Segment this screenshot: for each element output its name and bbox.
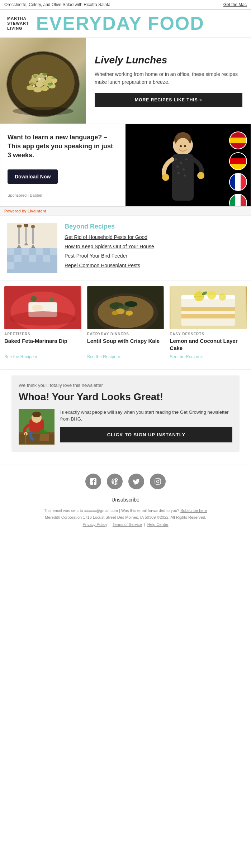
recipe-link-2[interactable]: See the Recipe » bbox=[87, 354, 164, 359]
svg-point-70 bbox=[32, 305, 43, 311]
flag-france bbox=[229, 173, 247, 191]
svg-point-43 bbox=[162, 174, 169, 181]
ad-download-button[interactable]: Download Now bbox=[8, 169, 58, 184]
pinterest-icon[interactable] bbox=[107, 474, 123, 489]
svg-point-79 bbox=[126, 311, 133, 316]
svg-point-44 bbox=[197, 172, 204, 179]
svg-rect-104 bbox=[155, 479, 161, 484]
flag-germany bbox=[229, 152, 247, 170]
recipe-link-3[interactable]: See the Recipe » bbox=[170, 354, 247, 359]
svg-rect-51 bbox=[36, 248, 43, 255]
svg-point-69 bbox=[49, 298, 54, 302]
recipe-category-3: EASY DESSERTS bbox=[170, 332, 247, 336]
svg-point-74 bbox=[98, 296, 153, 328]
svg-point-89 bbox=[208, 291, 216, 299]
beyond-recipes-links: Beyond Recipes Get Rid of Household Pest… bbox=[65, 223, 244, 272]
svg-point-106 bbox=[159, 479, 160, 480]
recipe-link-1[interactable]: See the Recipe » bbox=[4, 354, 81, 359]
footer-legal-line1: This email was sent to xxxxxx@gmail.com … bbox=[14, 507, 237, 514]
svg-point-40 bbox=[183, 168, 185, 171]
recipe-image-2 bbox=[87, 286, 164, 329]
svg-point-23 bbox=[33, 85, 35, 87]
recipe-grid: APPETIZERS Baked Feta-Marinara Dip See t… bbox=[0, 280, 251, 369]
svg-rect-35 bbox=[172, 154, 194, 201]
beyond-link-1[interactable]: Get Rid of Household Pests for Good bbox=[65, 234, 244, 240]
terms-of-service-link[interactable]: Terms of Service bbox=[113, 522, 142, 527]
beyond-link-2[interactable]: How to Keep Spiders Out of Your House bbox=[65, 243, 244, 250]
svg-point-34 bbox=[184, 145, 186, 147]
svg-rect-63 bbox=[24, 224, 28, 227]
recipe-card-1: APPETIZERS Baked Feta-Marinara Dip See t… bbox=[0, 286, 84, 364]
ad-sponsored-text: Sponsored | Babbel bbox=[8, 193, 118, 197]
promo-title: Whoa! Your Yard Looks Great! bbox=[19, 391, 232, 403]
beyond-link-4[interactable]: Repel Common Houseplant Pests bbox=[65, 262, 244, 269]
powered-by-company: LiveIntent bbox=[28, 209, 46, 213]
svg-rect-52 bbox=[43, 255, 50, 262]
beyond-link-3[interactable]: Pest-Proof Your Bird Feeder bbox=[65, 253, 244, 259]
unsubscribe-link[interactable]: Unsubscribe bbox=[112, 497, 139, 503]
recipe-category-2: EVERYDAY DINNERS bbox=[87, 332, 164, 336]
flag-italy bbox=[229, 194, 247, 206]
powered-by-bar: Powered by LiveIntent bbox=[0, 206, 251, 215]
recipe-name-2: Lentil Soup with Crispy Kale bbox=[87, 337, 164, 345]
svg-point-38 bbox=[185, 158, 188, 160]
svg-rect-48 bbox=[14, 255, 22, 262]
pasta-illustration bbox=[4, 41, 82, 120]
beyond-recipes-title: Beyond Recipes bbox=[65, 223, 244, 230]
instagram-icon[interactable] bbox=[150, 474, 166, 489]
svg-point-17 bbox=[42, 73, 47, 76]
article-title: Orecchiette, Celery, and Olive Salad wit… bbox=[4, 2, 110, 7]
svg-point-39 bbox=[176, 166, 179, 168]
recipe-image-1 bbox=[4, 286, 81, 329]
promo-cta-button[interactable]: CLICK TO SIGN UP INSTANTLY bbox=[60, 427, 232, 442]
svg-rect-99 bbox=[25, 433, 26, 444]
svg-rect-49 bbox=[22, 248, 29, 255]
recipe-card-2: EVERYDAY DINNERS Lentil Soup with Crispy… bbox=[84, 286, 167, 364]
hero-cta-button[interactable]: MORE RECIPES LIKE THIS » bbox=[95, 93, 242, 107]
app-link[interactable]: Get the Mac bbox=[223, 2, 247, 7]
facebook-icon[interactable] bbox=[85, 474, 101, 489]
brand-name: MARTHA STEWART LIVING bbox=[7, 16, 29, 31]
svg-rect-62 bbox=[17, 225, 22, 227]
twitter-icon[interactable] bbox=[128, 474, 144, 489]
promo-body: Is exactly what people will say when you… bbox=[19, 409, 232, 445]
svg-point-10 bbox=[33, 87, 42, 92]
beyond-recipes-image bbox=[7, 223, 57, 273]
lentil-soup-image bbox=[87, 286, 164, 329]
lemon-cake-image bbox=[170, 286, 247, 329]
svg-point-18 bbox=[51, 77, 55, 79]
svg-point-11 bbox=[41, 86, 49, 91]
svg-point-90 bbox=[219, 293, 226, 301]
svg-point-14 bbox=[37, 77, 45, 82]
ad-headline: Want to learn a new language? – This app… bbox=[8, 133, 118, 160]
ad-visual-right bbox=[126, 124, 251, 206]
recipe-name-1: Baked Feta-Marinara Dip bbox=[4, 337, 81, 345]
svg-point-26 bbox=[13, 107, 74, 115]
footer-legal-line2: Meredith Corporation 1716 Locust Street … bbox=[14, 514, 237, 521]
svg-point-21 bbox=[38, 78, 41, 80]
promo-image bbox=[19, 409, 55, 445]
svg-rect-100 bbox=[40, 434, 49, 441]
svg-rect-53 bbox=[50, 248, 57, 255]
svg-point-16 bbox=[33, 75, 37, 78]
svg-point-42 bbox=[184, 174, 186, 177]
svg-point-105 bbox=[157, 480, 159, 483]
beyond-recipes-illustration bbox=[7, 223, 57, 273]
svg-rect-58 bbox=[25, 226, 27, 242]
ad-banner: Want to learn a new language? – This app… bbox=[0, 124, 251, 206]
subscribe-link[interactable]: Subscribe here bbox=[180, 508, 207, 513]
svg-rect-60 bbox=[32, 227, 34, 244]
svg-rect-64 bbox=[31, 225, 35, 228]
beyond-recipes-section: Beyond Recipes Get Rid of Household Pest… bbox=[0, 216, 251, 280]
privacy-policy-link[interactable]: Privacy Policy bbox=[82, 522, 107, 527]
svg-rect-47 bbox=[7, 248, 14, 255]
svg-point-22 bbox=[46, 76, 47, 77]
promo-gardening-image bbox=[19, 409, 55, 445]
recipe-image-3 bbox=[170, 286, 247, 329]
promo-text-block: Is exactly what people will say when you… bbox=[60, 409, 232, 442]
language-flags bbox=[229, 131, 247, 206]
flag-spain bbox=[229, 131, 247, 149]
footer-unsubscribe: Unsubscribe bbox=[0, 494, 251, 507]
help-center-link[interactable]: Help Center bbox=[147, 522, 169, 527]
hero-image bbox=[0, 38, 86, 124]
